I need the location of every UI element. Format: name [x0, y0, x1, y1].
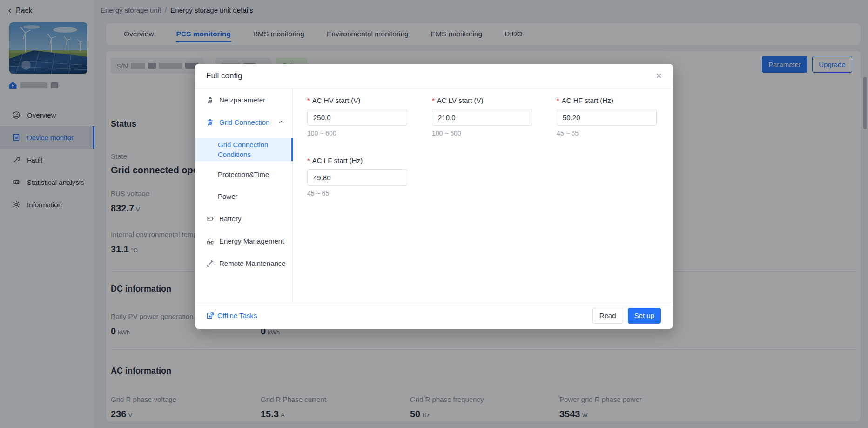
field-range-hint: 45 ~ 65 [557, 129, 657, 137]
modal-title: Full config [206, 71, 242, 81]
required-marker: * [307, 156, 310, 164]
read-button[interactable]: Read [592, 308, 623, 324]
config-item-remote-maintenance[interactable]: Remote Maintenance [195, 252, 292, 274]
field-ac-hv-start: *AC HV start (V) 100 ~ 600 [307, 93, 407, 137]
modal-header: Full config × [195, 64, 673, 88]
footer-actions: Read Set up [592, 308, 661, 324]
config-item-battery[interactable]: Battery [195, 207, 292, 230]
setup-button[interactable]: Set up [628, 308, 661, 324]
field-ac-lf-start: *AC LF start (Hz) 45 ~ 65 [307, 153, 407, 197]
field-range-hint: 45 ~ 65 [307, 190, 407, 197]
close-icon[interactable]: × [656, 71, 662, 81]
offline-tasks-link[interactable]: Offline Tasks [206, 312, 257, 319]
modal-body: Netzparameter Grid Connection Grid Conne… [195, 88, 673, 302]
field-label: *AC HF start (Hz) [557, 96, 657, 104]
required-marker: * [432, 96, 435, 104]
grid-tower-icon [206, 118, 214, 126]
field-range-hint: 100 ~ 600 [432, 129, 532, 137]
config-subitem-protection-time[interactable]: Protection&Time [195, 163, 292, 185]
full-config-modal: Full config × Netzparameter Grid Connect… [195, 64, 673, 329]
energy-management-icon [206, 237, 214, 245]
tower-icon [206, 96, 214, 104]
modal-footer: Offline Tasks Read Set up [195, 302, 673, 329]
required-marker: * [307, 96, 310, 104]
field-range-hint: 100 ~ 600 [307, 129, 407, 137]
field-label: *AC LF start (Hz) [307, 156, 407, 164]
offline-tasks-icon [206, 312, 214, 319]
remote-maintenance-icon [206, 259, 214, 267]
config-item-energy-management[interactable]: Energy Management [195, 230, 292, 252]
ac-hf-start-input[interactable] [557, 109, 657, 126]
chevron-up-icon [279, 120, 284, 124]
ac-lv-start-input[interactable] [432, 109, 532, 126]
field-label: *AC HV start (V) [307, 96, 407, 104]
config-item-netzparameter[interactable]: Netzparameter [195, 88, 292, 111]
config-subitem-power[interactable]: Power [195, 185, 292, 207]
field-ac-lv-start: *AC LV start (V) 100 ~ 600 [432, 93, 532, 137]
ac-lf-start-input[interactable] [307, 169, 407, 186]
field-label: *AC LV start (V) [432, 96, 532, 104]
required-marker: * [557, 96, 559, 104]
field-ac-hf-start: *AC HF start (Hz) 45 ~ 65 [557, 93, 657, 137]
config-item-grid-connection[interactable]: Grid Connection [195, 111, 292, 133]
config-subitem-grid-connection-conditions[interactable]: Grid Connection Conditions [195, 138, 292, 161]
config-menu: Netzparameter Grid Connection Grid Conne… [195, 88, 293, 302]
ac-hv-start-input[interactable] [307, 109, 407, 126]
battery-icon [206, 215, 214, 223]
config-form: *AC HV start (V) 100 ~ 600 *AC LV start … [293, 88, 673, 302]
